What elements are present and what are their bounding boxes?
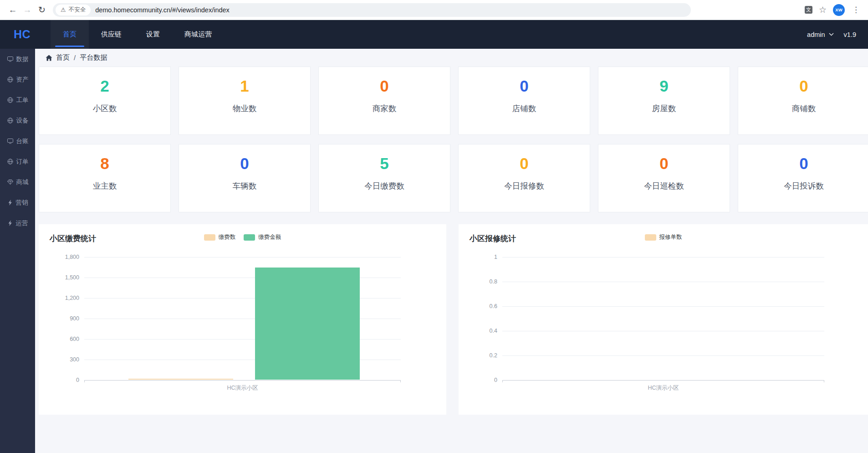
stat-card-stores: 0 店铺数 (458, 67, 590, 135)
gridline (502, 331, 824, 331)
gem-icon (7, 179, 14, 185)
y-tick-label: 1,800 (65, 254, 79, 260)
bar-缴费金额 (255, 268, 359, 380)
sidebar-item-data[interactable]: 数据 (0, 49, 35, 69)
y-tick-label: 600 (70, 336, 79, 342)
breadcrumb: 首页 / 平台数据 (35, 49, 868, 67)
security-label: 不安全 (69, 6, 86, 14)
stat-card-property-companies: 1 物业数 (179, 67, 311, 135)
sidebar-item-work-orders[interactable]: 工单 (0, 90, 35, 110)
legend-swatch (204, 234, 215, 241)
sidebar-item-mall[interactable]: 商城 (0, 172, 35, 192)
y-tick-label: 900 (70, 315, 79, 322)
sidebar: 数据 资产 工单 设备 台账 订单 商城 营销 (0, 49, 35, 453)
legend-label: 缴费数 (219, 233, 236, 241)
legend-swatch (645, 234, 656, 241)
stat-label: 今日投诉数 (738, 180, 868, 191)
y-tick-label: 300 (70, 356, 79, 363)
url-text: demo.homecommunity.cn/#/views/index/inde… (95, 6, 230, 14)
stat-value: 0 (319, 77, 450, 95)
stat-label: 店铺数 (459, 103, 590, 114)
gridline (502, 306, 824, 307)
stat-label: 物业数 (179, 103, 310, 114)
browser-profile-avatar[interactable]: XW (833, 4, 845, 16)
stat-value: 1 (179, 77, 310, 95)
stat-label: 商铺数 (738, 103, 868, 114)
app-logo[interactable]: HC (14, 28, 31, 41)
stat-value: 5 (319, 155, 450, 173)
stat-card-merchants: 0 商家数 (318, 67, 450, 135)
globe-icon (7, 117, 14, 124)
bolt-icon (7, 199, 13, 206)
header-right: admin v1.9 (807, 31, 856, 38)
legend-label: 报修单数 (659, 233, 682, 241)
stat-label: 商家数 (319, 103, 450, 114)
version-label: v1.9 (844, 31, 856, 38)
y-tick-label: 0.6 (490, 303, 497, 309)
user-menu[interactable]: admin (807, 31, 834, 38)
chart-legend: 缴费数缴费金额 (39, 233, 446, 241)
tab-mall-operation[interactable]: 商城运营 (172, 20, 224, 49)
forward-icon[interactable]: → (20, 3, 35, 17)
y-tick-label: 0 (494, 377, 497, 383)
translate-icon[interactable]: 文 (805, 6, 812, 14)
stat-value: 0 (738, 77, 868, 95)
stat-card-today-repairs: 0 今日报修数 (458, 144, 590, 212)
stat-card-today-payments: 5 今日缴费数 (318, 144, 450, 212)
y-tick-label: 1 (494, 254, 497, 260)
sidebar-item-operation[interactable]: 运营 (0, 213, 35, 233)
legend-item[interactable]: 报修单数 (645, 233, 682, 241)
stat-value: 2 (39, 77, 170, 95)
y-tick-label: 0.4 (490, 328, 497, 334)
x-axis-line (502, 380, 824, 381)
tab-settings[interactable]: 设置 (134, 20, 172, 49)
monitor-icon (7, 56, 14, 62)
legend-item[interactable]: 缴费金额 (244, 233, 281, 241)
stat-card-today-complaints: 0 今日投诉数 (738, 144, 868, 212)
stat-card-today-inspections: 0 今日巡检数 (598, 144, 730, 212)
x-axis-line (84, 380, 401, 381)
breadcrumb-separator: / (73, 54, 76, 62)
legend-item[interactable]: 缴费数 (204, 233, 236, 241)
breadcrumb-home[interactable]: 首页 (56, 53, 70, 62)
sidebar-item-devices[interactable]: 设备 (0, 110, 35, 131)
back-icon[interactable]: ← (5, 3, 20, 17)
repair-stats-chart: 小区报修统计 报修单数 10.80.60.40.20HC演示小区 (459, 224, 868, 415)
stat-value: 0 (738, 155, 868, 173)
stat-card-shops: 0 商铺数 (738, 67, 868, 135)
tab-home[interactable]: 首页 (51, 20, 89, 49)
browser-menu-icon[interactable]: ⋮ (851, 6, 861, 14)
browser-actions: 文 ☆ XW ⋮ (805, 4, 863, 16)
stat-value: 8 (39, 155, 170, 173)
site-security-chip[interactable]: ⚠ 不安全 (56, 5, 91, 15)
stat-card-communities: 2 小区数 (39, 67, 171, 135)
bookmark-star-icon[interactable]: ☆ (819, 5, 827, 14)
payment-stats-chart: 小区缴费统计 缴费数缴费金额 1,8001,5001,2009006003000… (39, 224, 446, 415)
globe-icon (7, 76, 14, 83)
chart-legend: 报修单数 (459, 233, 868, 241)
sidebar-item-assets[interactable]: 资产 (0, 69, 35, 90)
x-category-label: HC演示小区 (502, 384, 824, 392)
user-name: admin (807, 31, 825, 38)
main-content: 首页 / 平台数据 2 小区数 1 物业数 0 商家数 0 店铺数 9 (35, 49, 868, 453)
warning-icon: ⚠ (61, 7, 66, 13)
address-bar[interactable]: ⚠ 不安全 demo.homecommunity.cn/#/views/inde… (53, 3, 691, 17)
legend-swatch (244, 234, 255, 241)
chevron-down-icon (829, 33, 834, 36)
sidebar-item-orders[interactable]: 订单 (0, 151, 35, 172)
globe-icon (7, 97, 14, 103)
x-category-label: HC演示小区 (84, 384, 401, 392)
sidebar-item-marketing[interactable]: 营销 (0, 192, 35, 213)
stat-value: 0 (459, 77, 590, 95)
y-tick-label: 0.2 (490, 352, 497, 359)
sidebar-item-ledger[interactable]: 台账 (0, 131, 35, 151)
globe-icon (7, 158, 14, 165)
stat-value: 0 (179, 155, 310, 173)
reload-icon[interactable]: ↻ (35, 3, 49, 17)
stat-label: 房屋数 (598, 103, 730, 114)
y-tick-label: 0 (76, 377, 79, 383)
gridline (84, 257, 401, 257)
monitor-icon (7, 138, 14, 144)
tab-supply-chain[interactable]: 供应链 (89, 20, 134, 49)
y-tick-label: 0.8 (490, 278, 497, 285)
